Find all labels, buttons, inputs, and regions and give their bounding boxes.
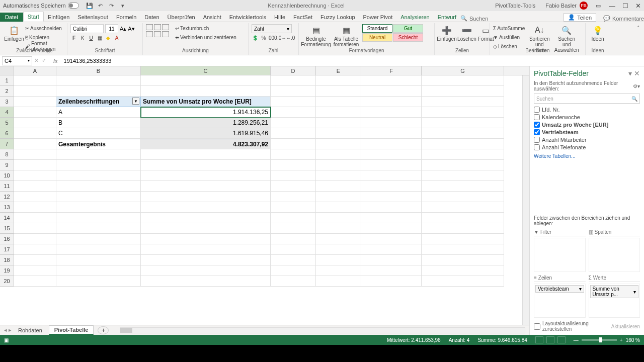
tab-start[interactable]: Start bbox=[23, 12, 44, 22]
cell[interactable] bbox=[14, 276, 56, 287]
field-checkbox[interactable] bbox=[534, 137, 540, 143]
cell[interactable] bbox=[56, 234, 141, 244]
cell[interactable] bbox=[14, 107, 56, 118]
percent-icon[interactable]: % bbox=[260, 35, 267, 41]
cell[interactable] bbox=[14, 202, 56, 213]
formula-input[interactable]: 1914136,25333333 bbox=[62, 58, 644, 64]
row-header[interactable]: 6 bbox=[0, 128, 14, 139]
row-header[interactable]: 4 bbox=[0, 107, 14, 118]
sheet-tab-pivot[interactable]: Pivot-Tabelle bbox=[49, 325, 94, 335]
row-header[interactable]: 5 bbox=[0, 118, 14, 128]
autosave-toggle[interactable]: Automatisches Speichern bbox=[3, 3, 79, 9]
increase-font-icon[interactable]: A▴ bbox=[120, 26, 126, 32]
cell[interactable] bbox=[316, 107, 361, 118]
cell[interactable] bbox=[316, 265, 361, 276]
cell[interactable] bbox=[361, 181, 422, 192]
field-checkbox[interactable] bbox=[534, 122, 540, 128]
dec-decimal-icon[interactable]: ←.0 bbox=[286, 35, 293, 41]
view-buttons[interactable] bbox=[535, 336, 566, 343]
field-item[interactable]: Kalenderwoche bbox=[534, 114, 640, 120]
cell[interactable] bbox=[422, 255, 504, 265]
tab-analysieren[interactable]: Analysieren bbox=[396, 13, 433, 22]
cell[interactable] bbox=[422, 86, 504, 97]
cell[interactable] bbox=[422, 265, 504, 276]
cell[interactable] bbox=[14, 213, 56, 223]
cell[interactable] bbox=[361, 234, 422, 244]
col-header-b[interactable]: B bbox=[56, 66, 141, 75]
insert-cells-button[interactable]: ➕Einfügen bbox=[438, 24, 456, 42]
cell[interactable] bbox=[271, 181, 316, 192]
cell[interactable] bbox=[14, 170, 56, 181]
cell[interactable] bbox=[316, 255, 361, 265]
field-item[interactable]: Vertriebsteam bbox=[534, 129, 640, 135]
cell[interactable] bbox=[271, 234, 316, 244]
cell[interactable] bbox=[56, 75, 141, 86]
cell[interactable] bbox=[361, 223, 422, 234]
record-macro-icon[interactable]: ▣ bbox=[4, 337, 9, 343]
tab-seitenlayout[interactable]: Seitenlayout bbox=[73, 13, 112, 22]
fill-color-button[interactable]: ◆ bbox=[105, 35, 112, 41]
cell[interactable] bbox=[271, 149, 316, 160]
cell[interactable] bbox=[14, 160, 56, 170]
cell[interactable] bbox=[56, 255, 141, 265]
field-item[interactable]: Anzahl Mitarbeiter bbox=[534, 137, 640, 143]
cell[interactable] bbox=[141, 234, 271, 244]
cell[interactable]: Summe von Umsatz pro Woche [EUR] bbox=[141, 97, 271, 107]
cell[interactable] bbox=[56, 213, 141, 223]
sheet-tab-rohdaten[interactable]: Rohdaten bbox=[13, 326, 48, 334]
align-buttons[interactable] bbox=[146, 24, 169, 37]
save-icon[interactable]: 💾 bbox=[85, 1, 94, 10]
col-header-c[interactable]: C bbox=[141, 66, 271, 75]
cell[interactable] bbox=[14, 128, 56, 139]
row-header[interactable]: 1 bbox=[0, 75, 14, 86]
cell[interactable] bbox=[361, 107, 422, 118]
col-header-d[interactable]: D bbox=[271, 66, 316, 75]
cell[interactable] bbox=[141, 149, 271, 160]
cell[interactable] bbox=[316, 202, 361, 213]
cell[interactable] bbox=[361, 213, 422, 223]
currency-icon[interactable]: 💲 bbox=[252, 35, 259, 41]
tab-file[interactable]: Datei bbox=[0, 13, 23, 22]
field-item[interactable]: Anzahl Telefonate bbox=[534, 144, 640, 150]
values-drop-area[interactable]: Summe von Umsatz p...▾ bbox=[589, 284, 640, 318]
cell[interactable] bbox=[361, 276, 422, 287]
cell[interactable] bbox=[361, 118, 422, 128]
gear-icon[interactable]: ⚙▾ bbox=[633, 83, 640, 89]
row-header[interactable]: 19 bbox=[0, 265, 14, 276]
cell[interactable] bbox=[14, 255, 56, 265]
cell[interactable] bbox=[316, 97, 361, 107]
cell[interactable] bbox=[422, 160, 504, 170]
row-header[interactable]: 15 bbox=[0, 223, 14, 234]
col-header-f[interactable]: F bbox=[361, 66, 422, 75]
row-header[interactable]: 11 bbox=[0, 181, 14, 192]
cell[interactable] bbox=[271, 255, 316, 265]
row-header[interactable]: 16 bbox=[0, 234, 14, 244]
cell[interactable] bbox=[361, 202, 422, 213]
col-header-a[interactable]: A bbox=[14, 66, 56, 75]
rows-pill[interactable]: Vertriebsteam▾ bbox=[535, 285, 584, 293]
cell[interactable] bbox=[316, 128, 361, 139]
style-neutral[interactable]: Neutral bbox=[362, 33, 392, 42]
autosum-button[interactable]: ΣAutoSumme bbox=[493, 24, 525, 32]
tab-powerpivot[interactable]: Power Pivot bbox=[359, 13, 397, 22]
cell[interactable] bbox=[56, 276, 141, 287]
vertical-scrollbar[interactable] bbox=[522, 75, 529, 325]
row-header[interactable]: 9 bbox=[0, 160, 14, 170]
cell[interactable] bbox=[316, 170, 361, 181]
cell[interactable] bbox=[14, 265, 56, 276]
wrap-text-button[interactable]: ↩Textumbruch bbox=[175, 24, 236, 32]
cell[interactable] bbox=[361, 97, 422, 107]
undo-icon[interactable]: ↶ bbox=[96, 1, 105, 10]
row-header[interactable]: 3 bbox=[0, 97, 14, 107]
cell[interactable] bbox=[316, 139, 361, 149]
style-schlecht[interactable]: Schlecht bbox=[393, 33, 423, 42]
field-checkbox[interactable] bbox=[534, 144, 540, 150]
cell[interactable] bbox=[56, 86, 141, 97]
cell[interactable] bbox=[14, 149, 56, 160]
cell[interactable] bbox=[271, 107, 316, 118]
fx-icon[interactable]: fx bbox=[53, 58, 58, 64]
toggle-off-icon[interactable] bbox=[68, 3, 79, 9]
font-name-input[interactable] bbox=[70, 24, 104, 33]
cell[interactable] bbox=[316, 160, 361, 170]
tab-hilfe[interactable]: Hilfe bbox=[270, 13, 289, 22]
